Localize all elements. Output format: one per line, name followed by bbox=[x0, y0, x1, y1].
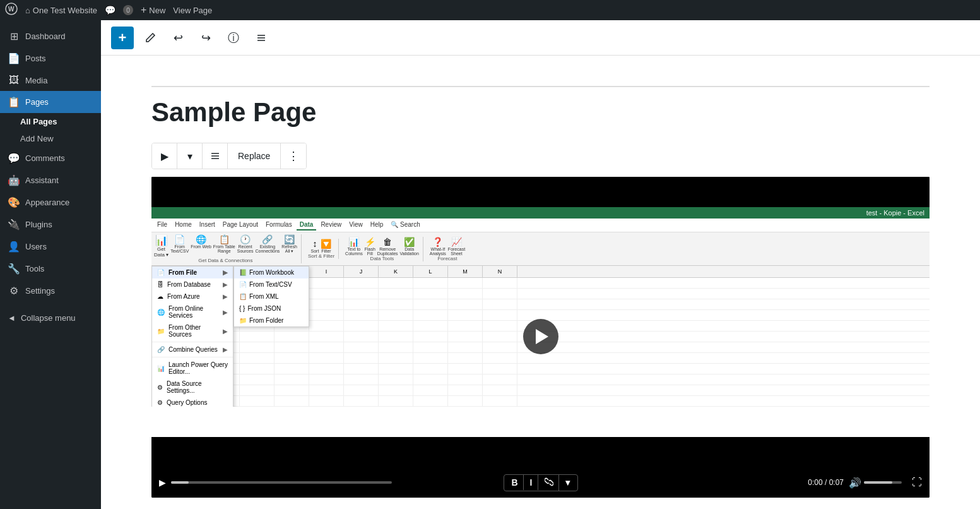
excel-tab-insert[interactable]: Insert bbox=[196, 220, 218, 231]
video-progress-bar[interactable] bbox=[171, 481, 392, 484]
excel-menu-from-database[interactable]: 🗄 From Database ▶ bbox=[152, 278, 233, 290]
excel-from-file-menu: 📄 From File ▶ 🗄 From Database ▶ bbox=[151, 266, 233, 407]
sidebar-item-plugins[interactable]: 🔌 Plugins bbox=[0, 213, 101, 236]
block-align-button[interactable] bbox=[203, 143, 228, 169]
text-dropdown-button[interactable]: ▾ bbox=[560, 475, 575, 490]
combine-icon: 🔗 bbox=[157, 346, 165, 353]
info-button[interactable]: ⓘ bbox=[222, 27, 245, 49]
excel-recent-btn[interactable]: 🕐 RecentSources bbox=[237, 234, 254, 258]
collapse-menu-button[interactable]: ◄ Collapse menu bbox=[0, 307, 101, 329]
excel-filter-btn[interactable]: 🔽 Filter bbox=[321, 239, 331, 253]
more-options-button[interactable]: ⋮ bbox=[281, 143, 306, 169]
comment-icon[interactable]: 💬 bbox=[105, 5, 115, 15]
fullscreen-button[interactable]: ⛶ bbox=[912, 477, 922, 488]
excel-col-n[interactable]: N bbox=[483, 266, 517, 277]
replace-button[interactable]: Replace bbox=[228, 143, 281, 169]
sidebar-item-tools[interactable]: 🔧 Tools bbox=[0, 258, 101, 280]
sidebar-item-posts[interactable]: 📄 Posts bbox=[0, 47, 101, 69]
users-icon: 👤 bbox=[8, 241, 20, 253]
comments-icon: 💬 bbox=[8, 152, 20, 164]
redo-button[interactable]: ↪ bbox=[194, 27, 217, 49]
sidebar-item-users[interactable]: 👤 Users bbox=[0, 236, 101, 258]
wp-logo-icon[interactable]: W bbox=[5, 3, 18, 18]
excel-tab-data[interactable]: Data bbox=[297, 220, 317, 231]
xml-icon: 📋 bbox=[239, 293, 247, 300]
excel-menu-from-azure[interactable]: ☁ From Azure ▶ bbox=[152, 290, 233, 302]
site-name[interactable]: ⌂ One Test Website bbox=[25, 6, 97, 15]
excel-remove-dup-btn[interactable]: 🗑 RemoveDuplicates bbox=[377, 237, 398, 256]
excel-tab-home[interactable]: Home bbox=[172, 220, 195, 231]
excel-tab-formulas[interactable]: Formulas bbox=[263, 220, 295, 231]
excel-tab-help[interactable]: Help bbox=[367, 220, 387, 231]
excel-sub-from-xml[interactable]: 📋 From XML bbox=[234, 290, 309, 302]
excel-menu-from-file[interactable]: 📄 From File ▶ bbox=[152, 266, 233, 278]
list-view-button[interactable] bbox=[250, 27, 273, 49]
excel-sub-from-folder[interactable]: 📁 From Folder bbox=[234, 314, 309, 326]
edit-mode-button[interactable] bbox=[139, 27, 162, 49]
text-link-button[interactable] bbox=[540, 475, 559, 491]
sidebar-item-pages[interactable]: 📋 Pages bbox=[0, 91, 101, 113]
excel-sub-from-json[interactable]: { } From JSON bbox=[234, 302, 309, 314]
text-bold-button[interactable]: B bbox=[506, 475, 523, 490]
excel-what-if-btn[interactable]: ❓ What-IfAnalysis bbox=[430, 237, 446, 256]
excel-tab-pagelayout[interactable]: Page Layout bbox=[220, 220, 261, 231]
excel-forecast-btn[interactable]: 📈 ForecastSheet bbox=[448, 237, 465, 256]
excel-col-l[interactable]: L bbox=[413, 266, 448, 277]
excel-data-valid-btn[interactable]: ✅ DataValidation bbox=[400, 237, 419, 256]
sidebar-item-settings[interactable]: ⚙ Settings bbox=[0, 280, 101, 302]
excel-from-table-btn[interactable]: 📋 From TableRange bbox=[213, 234, 235, 258]
tools-icon: 🔧 bbox=[8, 263, 20, 275]
excel-col-m[interactable]: M bbox=[448, 266, 483, 277]
excel-search[interactable]: 🔍 Search bbox=[387, 220, 423, 231]
sidebar-item-assistant[interactable]: 🤖 Assistant bbox=[0, 169, 101, 191]
video-block: test - Kopie - Excel File Home Insert Pa… bbox=[151, 177, 930, 498]
excel-get-data-btn[interactable]: 📊 Get Data ▾ bbox=[154, 234, 168, 258]
excel-menu-queryopts[interactable]: ⚙ Query Options bbox=[152, 397, 233, 407]
sidebar-item-all-pages[interactable]: All Pages bbox=[0, 113, 101, 130]
sidebar-item-media[interactable]: 🖼 Media bbox=[0, 69, 101, 91]
excel-from-text-btn[interactable]: 📄 FromText/CSV bbox=[170, 234, 189, 258]
sidebar-item-appearance[interactable]: 🎨 Appearance bbox=[0, 191, 101, 213]
excel-menu-datasource[interactable]: ⚙ Data Source Settings... bbox=[152, 378, 233, 397]
pqe-icon: 📊 bbox=[157, 365, 165, 372]
excel-flash-fill-btn[interactable]: ⚡ FlashFill bbox=[365, 237, 375, 256]
excel-menu-launch-pqe[interactable]: 📊 Launch Power Query Editor... bbox=[152, 359, 233, 378]
excel-menu-from-other[interactable]: 📁 From Other Sources ▶ bbox=[152, 321, 233, 340]
excel-tab-file[interactable]: File bbox=[154, 220, 170, 231]
excel-sort-btn[interactable]: ↕ Sort bbox=[311, 239, 319, 253]
excel-col-j[interactable]: J bbox=[344, 266, 379, 277]
video-play-button[interactable]: ▶ bbox=[159, 477, 166, 488]
add-block-button[interactable]: + bbox=[111, 27, 134, 49]
excel-sub-from-textcsv[interactable]: 📄 From Text/CSV bbox=[234, 278, 309, 290]
excel-menu-combine[interactable]: 🔗 Combine Queries ▶ bbox=[152, 344, 233, 356]
view-page-link[interactable]: View Page bbox=[173, 6, 212, 15]
video-text-toolbar: B I ▾ bbox=[503, 474, 577, 491]
sidebar-item-dashboard[interactable]: ⊞ Dashboard bbox=[0, 25, 101, 47]
media-icon: 🖼 bbox=[8, 75, 20, 86]
volume-bar[interactable] bbox=[864, 481, 902, 484]
excel-col-i[interactable]: I bbox=[309, 266, 344, 277]
excel-sub-from-workbook[interactable]: 📗 From Workbook bbox=[234, 266, 309, 278]
excel-refresh-btn[interactable]: 🔄 RefreshAll ▾ bbox=[281, 234, 297, 258]
sidebar-item-comments[interactable]: 💬 Comments bbox=[0, 147, 101, 169]
volume-icon[interactable]: 🔊 bbox=[849, 477, 861, 489]
new-button[interactable]: + New bbox=[141, 4, 165, 16]
undo-button[interactable]: ↩ bbox=[167, 27, 189, 49]
excel-row: 11 bbox=[151, 385, 930, 396]
excel-tab-view[interactable]: View bbox=[346, 220, 366, 231]
block-chevron-button[interactable]: ▾ bbox=[177, 143, 203, 169]
sidebar-item-add-new[interactable]: Add New bbox=[0, 130, 101, 147]
block-toolbar: ▶ ▾ Replace ⋮ bbox=[151, 143, 307, 169]
video-play-overlay[interactable] bbox=[523, 319, 558, 354]
arrow-icon: ▶ bbox=[223, 293, 228, 300]
excel-menu-from-online[interactable]: 🌐 From Online Services ▶ bbox=[152, 302, 233, 321]
text-italic-button[interactable]: I bbox=[525, 475, 538, 490]
excel-tab-review[interactable]: Review bbox=[317, 220, 345, 231]
excel-from-web-btn[interactable]: 🌐 From Web bbox=[191, 234, 211, 258]
excel-text-col-btn[interactable]: 📊 Text toColumns bbox=[345, 237, 363, 256]
page-title[interactable]: Sample Page bbox=[151, 97, 930, 128]
excel-existing-btn[interactable]: 🔗 ExistingConnections bbox=[255, 234, 280, 258]
excel-col-k[interactable]: K bbox=[379, 266, 413, 277]
video-block-type-button[interactable]: ▶ bbox=[152, 143, 177, 169]
arrow-icon: ▶ bbox=[223, 328, 228, 335]
